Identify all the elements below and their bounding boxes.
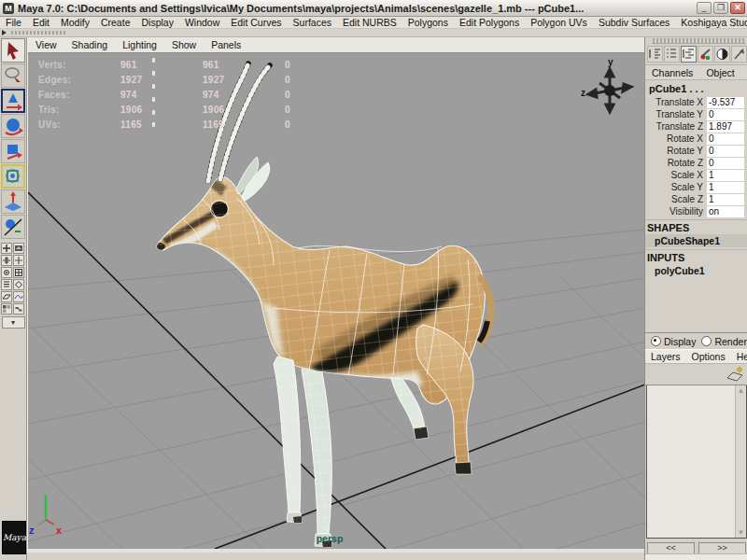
layout-four-pane-button[interactable] <box>1 255 12 266</box>
channel-value-field[interactable]: on <box>707 206 744 217</box>
channel-row-rotate-y[interactable]: Rotate Y0 <box>645 145 747 157</box>
menu-create[interactable]: Create <box>95 17 136 28</box>
rotate-tool-button[interactable] <box>1 114 25 138</box>
layout-dropdown-button[interactable]: ▾ <box>2 316 25 329</box>
menu-edit-nurbs[interactable]: Edit NURBS <box>337 17 402 28</box>
move-tool-button[interactable] <box>1 89 25 113</box>
display-radio-label[interactable]: Display <box>664 336 696 347</box>
render-radio-button[interactable] <box>701 336 712 346</box>
view-compass[interactable]: y z <box>581 57 631 112</box>
menu-modify[interactable]: Modify <box>55 17 95 28</box>
menu-koshigaya-studios[interactable]: Koshigaya Studios <box>675 17 747 28</box>
show-manipulator-tool-button[interactable] <box>1 215 25 239</box>
gazelle-model[interactable] <box>141 63 510 549</box>
channel-row-rotate-z[interactable]: Rotate Z0 <box>645 157 747 169</box>
layer-list-scrollbar[interactable]: ▲ ▼ <box>735 385 746 538</box>
close-button[interactable]: ✕ <box>730 2 745 14</box>
layer-icon-bar <box>645 364 747 385</box>
menu-display[interactable]: Display <box>135 17 178 28</box>
channel-row-translate-y[interactable]: Translate Y0 <box>645 108 747 120</box>
select-pointer-icon[interactable] <box>731 46 747 63</box>
scroll-up-icon[interactable]: ▲ <box>737 386 745 395</box>
channel-value-field[interactable]: 0 <box>707 146 744 157</box>
channel-value-field[interactable]: 1.897 <box>707 121 744 133</box>
menu-polygons[interactable]: Polygons <box>402 17 454 28</box>
menu-edit[interactable]: Edit <box>27 17 55 28</box>
minimize-button[interactable]: _ <box>697 2 712 14</box>
node-name[interactable]: pCube1 . . . <box>645 82 747 96</box>
scale-tool-button[interactable] <box>1 139 25 163</box>
menu-polygon-uvs[interactable]: Polygon UVs <box>525 17 593 28</box>
layer-options-menu[interactable]: Options <box>686 351 731 362</box>
hud-row-uvs: UVs: 1165 1165 0 <box>38 117 290 132</box>
panel-menu-show[interactable]: Show <box>164 39 204 50</box>
select-tool-button[interactable] <box>1 38 25 63</box>
render-radio-label[interactable]: Render <box>714 336 746 347</box>
panel-menu-shading[interactable]: Shading <box>64 39 116 50</box>
channel-layout-icon-c[interactable] <box>681 46 697 63</box>
layout-two-pane-button[interactable] <box>13 255 24 266</box>
channel-value-field[interactable]: 0 <box>707 158 744 169</box>
menu-file[interactable]: File <box>0 17 27 28</box>
channel-value-field[interactable]: 1 <box>707 170 744 181</box>
move-icon <box>3 91 23 111</box>
menu-window[interactable]: Window <box>179 17 225 28</box>
layout-single-pane-button[interactable] <box>1 243 12 254</box>
channel-row-visibility[interactable]: Visibilityon <box>645 205 747 217</box>
input-node-row[interactable]: polyCube1 <box>645 264 747 277</box>
layout-hypergraph-button[interactable] <box>13 303 24 315</box>
channel-value-field[interactable]: -9.537 <box>707 97 744 108</box>
menu-edit-curves[interactable]: Edit Curves <box>225 17 287 28</box>
menu-edit-polygons[interactable]: Edit Polygons <box>454 17 525 28</box>
channel-row-scale-z[interactable]: Scale Z1 <box>645 193 747 205</box>
layer-list[interactable]: ▲ ▼ <box>646 385 747 539</box>
viewport-canvas[interactable]: y z z x Verts: 961 961 0 <box>28 53 645 549</box>
layout-persp-button[interactable] <box>13 243 24 254</box>
title-bar[interactable]: M Maya 7.0: C:\Documents and Settings\Iv… <box>0 0 747 17</box>
layout-outliner-list-button[interactable] <box>1 279 12 290</box>
channel-row-rotate-x[interactable]: Rotate X0 <box>645 133 747 145</box>
wireframe-overlay <box>141 163 510 549</box>
object-menu[interactable]: Object <box>699 67 740 78</box>
menu-subdiv-surfaces[interactable]: Subdiv Surfaces <box>593 17 675 28</box>
channel-layout-icon-a[interactable] <box>647 46 663 63</box>
channel-row-scale-x[interactable]: Scale X1 <box>645 169 747 181</box>
lasso-tool-button[interactable] <box>1 63 25 88</box>
layout-multi-pane-button[interactable] <box>1 303 12 315</box>
restore-button[interactable]: ❐ <box>713 2 728 14</box>
origin-x-label: x <box>56 525 63 536</box>
layout-persp-plane-button[interactable] <box>1 291 12 302</box>
channel-row-translate-x[interactable]: Translate X-9.537 <box>645 96 747 108</box>
new-layer-icon[interactable] <box>726 366 744 383</box>
channel-value-field[interactable]: 1 <box>707 182 744 193</box>
menu-surfaces[interactable]: Surfaces <box>288 17 337 28</box>
soft-mod-tool-button[interactable] <box>1 189 25 214</box>
collapse-left-button[interactable]: << <box>647 542 695 554</box>
panel-menu-lighting[interactable]: Lighting <box>115 39 164 50</box>
channel-row-translate-z[interactable]: Translate Z1.897 <box>645 120 747 133</box>
contrast-sphere-icon[interactable] <box>714 46 730 63</box>
collapse-right-button[interactable]: >> <box>698 542 746 554</box>
soft-mod-icon <box>2 190 24 213</box>
shelf-expand-icon[interactable] <box>2 30 7 35</box>
layers-menu[interactable]: Layers <box>645 351 686 362</box>
channel-row-scale-y[interactable]: Scale Y1 <box>645 181 747 193</box>
paint-attributes-icon[interactable] <box>698 46 713 63</box>
shape-node-row[interactable]: pCubeShape1 <box>645 234 747 247</box>
channels-menu[interactable]: Channels <box>645 67 699 78</box>
layout-persp-outliner-button[interactable] <box>1 267 12 278</box>
layer-help-menu[interactable]: Help <box>731 351 747 362</box>
channel-value-field[interactable]: 0 <box>707 133 744 145</box>
channel-value-field[interactable]: 0 <box>707 109 744 120</box>
layout-persp-graph-button[interactable] <box>13 267 24 278</box>
scroll-down-icon[interactable]: ▼ <box>737 528 745 537</box>
panel-menu-panels[interactable]: Panels <box>204 39 248 50</box>
shelf-drag-handle[interactable] <box>11 31 67 35</box>
panel-menu-view[interactable]: View <box>28 39 64 50</box>
layout-hypershade-button[interactable] <box>13 279 24 290</box>
channel-layout-icon-b[interactable] <box>664 46 680 63</box>
channel-value-field[interactable]: 1 <box>707 194 744 205</box>
universal-manipulator-button[interactable] <box>1 164 25 189</box>
display-radio-button[interactable] <box>651 336 661 346</box>
layout-graph-curve-button[interactable] <box>13 291 24 302</box>
